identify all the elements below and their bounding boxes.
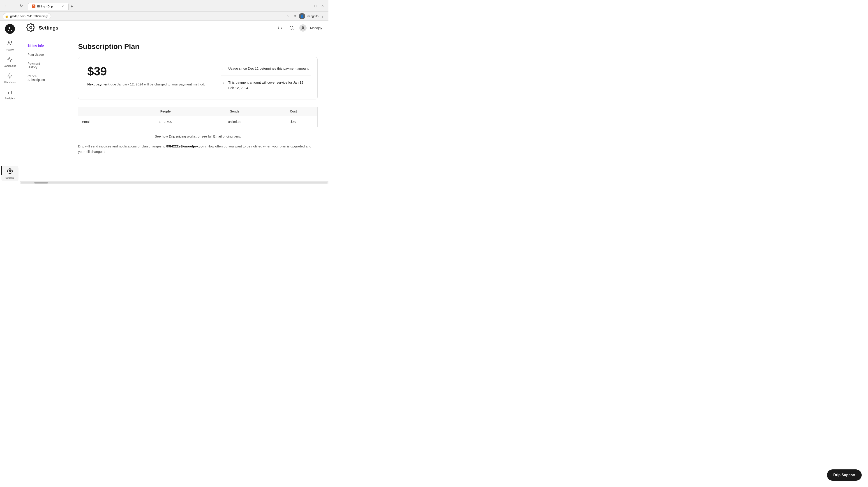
info-row-service: → This payment amount will cover service… — [221, 75, 311, 95]
email-pricing-link[interactable]: Email — [213, 134, 222, 138]
page-body: Subscription Plan $39 Next payment due J… — [67, 35, 329, 181]
bell-icon — [277, 26, 282, 30]
settings-gear-icon — [26, 23, 35, 32]
username-label[interactable]: Moodjoy — [310, 26, 322, 30]
maximize-button[interactable]: □ — [312, 3, 318, 9]
settings-sidebar: Billing Info Plan Usage PaymentHistory C… — [20, 35, 67, 181]
bottom-scrollbar[interactable] — [20, 181, 329, 184]
settings-icon — [7, 168, 13, 175]
settings-nav-plan-usage[interactable]: Plan Usage — [24, 51, 62, 59]
notification-bell-button[interactable] — [276, 24, 284, 32]
tab-title: Billing · Drip — [37, 5, 53, 8]
header-right: Moodjoy — [276, 24, 322, 32]
lock-icon: 🔒 — [5, 15, 8, 18]
table-cell-cost: $39 — [269, 116, 317, 127]
table-header-row: People Sends Cost — [78, 107, 318, 116]
settings-nav-cancel-subscription[interactable]: CancelSubscription — [24, 72, 62, 84]
search-icon — [289, 26, 294, 30]
tab-favicon: D — [32, 4, 35, 8]
campaigns-label: Campaigns — [4, 64, 16, 67]
svg-point-8 — [30, 26, 32, 29]
main-content: Billing Info Plan Usage PaymentHistory C… — [20, 35, 329, 181]
footer-text-pre: See how — [155, 134, 169, 138]
sidebar-item-workflows[interactable]: Workflows — [1, 70, 19, 86]
page-title: Settings — [39, 25, 58, 31]
close-window-button[interactable]: ✕ — [319, 3, 326, 9]
info-service-text: This payment amount will cover service f… — [228, 80, 311, 91]
address-bar-wrap: 🔒 — [3, 13, 283, 20]
more-options-icon[interactable]: ⋮ — [319, 13, 326, 20]
settings-nav-billing-info[interactable]: Billing Info — [24, 41, 62, 50]
browser-nav-controls: ← → ↻ — [3, 3, 24, 9]
info-text-pre: Usage since — [228, 66, 248, 70]
active-indicator — [1, 166, 2, 175]
table-cell-type: Email — [78, 116, 131, 127]
refresh-button[interactable]: ↻ — [18, 3, 24, 9]
sidebar-item-analytics[interactable]: Analytics — [1, 87, 19, 102]
sidebar: People Campaigns Workflows — [0, 21, 20, 184]
tab-close-button[interactable]: ✕ — [61, 4, 65, 8]
drip-pricing-link[interactable]: Drip pricing — [169, 134, 186, 138]
svg-point-1 — [8, 27, 10, 29]
analytics-label: Analytics — [5, 97, 15, 100]
settings-label: Settings — [5, 176, 14, 179]
info-row-usage: ← Usage since Dec 12 determines this pay… — [221, 62, 311, 75]
svg-point-7 — [9, 170, 10, 172]
user-avatar — [299, 24, 307, 32]
address-bar-row: 🔒 ☆ ⧉ 👤 Incognito ⋮ — [0, 12, 329, 21]
next-payment-text: Next payment due January 12, 2024 will b… — [87, 82, 205, 87]
campaigns-icon — [7, 56, 13, 64]
sidebar-item-campaigns[interactable]: Campaigns — [1, 54, 19, 69]
sidebar-logo[interactable] — [4, 24, 16, 34]
svg-point-0 — [5, 24, 15, 34]
workflows-label: Workflows — [4, 81, 16, 84]
svg-marker-3 — [8, 73, 12, 78]
svg-line-10 — [292, 29, 293, 30]
subscription-plan-title: Subscription Plan — [78, 42, 318, 51]
forward-button[interactable]: → — [10, 3, 17, 9]
invoice-text-pre: Drip will send invoices and notification… — [78, 144, 166, 148]
analytics-icon — [7, 89, 13, 96]
footer-links-text: See how Drip pricing works, or see full … — [78, 134, 318, 139]
back-button[interactable]: ← — [3, 3, 9, 9]
app-container: People Campaigns Workflows — [0, 21, 329, 184]
bookmark-icon[interactable]: ☆ — [284, 13, 291, 20]
next-payment-label: Next payment — [87, 82, 110, 86]
search-button[interactable] — [288, 24, 296, 32]
incognito-badge: 👤 Incognito — [299, 13, 318, 20]
active-tab[interactable]: D Billing · Drip ✕ — [28, 3, 69, 10]
info-usage-text: Usage since Dec 12 determines this payme… — [228, 66, 309, 71]
table-col-type — [78, 107, 131, 116]
info-text-post: determines this payment amount. — [258, 66, 309, 70]
sidebar-item-people[interactable]: People — [1, 38, 19, 53]
svg-point-11 — [302, 26, 304, 28]
minimize-button[interactable]: ― — [305, 3, 311, 9]
dec12-link[interactable]: Dec 12 — [248, 66, 259, 70]
footer-text-mid: works, or see full — [186, 134, 213, 138]
workflows-icon — [7, 73, 13, 80]
toolbar-icons: ☆ ⧉ 👤 Incognito ⋮ — [284, 13, 326, 20]
svg-point-2 — [8, 41, 10, 43]
table-col-people: People — [131, 107, 200, 116]
new-tab-button[interactable]: + — [69, 4, 75, 10]
address-bar-input[interactable] — [3, 13, 51, 20]
profile-icon[interactable]: ⧉ — [292, 13, 298, 20]
table-cell-people: 1 - 2,500 — [131, 116, 200, 127]
left-arrow-icon: ← — [221, 66, 225, 71]
incognito-icon: 👤 — [299, 13, 305, 20]
top-header: Settings Moodjoy — [20, 21, 329, 35]
table-col-sends: Sends — [200, 107, 269, 116]
settings-nav-payment-history[interactable]: PaymentHistory — [24, 60, 62, 71]
tab-bar: D Billing · Drip ✕ + — [28, 2, 75, 10]
content-area: Settings Moodjoy — [20, 21, 329, 184]
right-arrow-icon: → — [221, 80, 225, 86]
table-col-cost: Cost — [269, 107, 317, 116]
footer-text-post: pricing tiers. — [222, 134, 241, 138]
settings-icon-wrap — [26, 23, 36, 33]
people-icon — [7, 40, 13, 47]
scrollbar-thumb[interactable] — [34, 182, 48, 184]
people-label: People — [6, 48, 13, 51]
price-amount: $39 — [87, 64, 205, 78]
price-card-row: $39 Next payment due January 12, 2024 wi… — [78, 57, 318, 99]
sidebar-item-settings[interactable]: Settings — [1, 166, 19, 181]
